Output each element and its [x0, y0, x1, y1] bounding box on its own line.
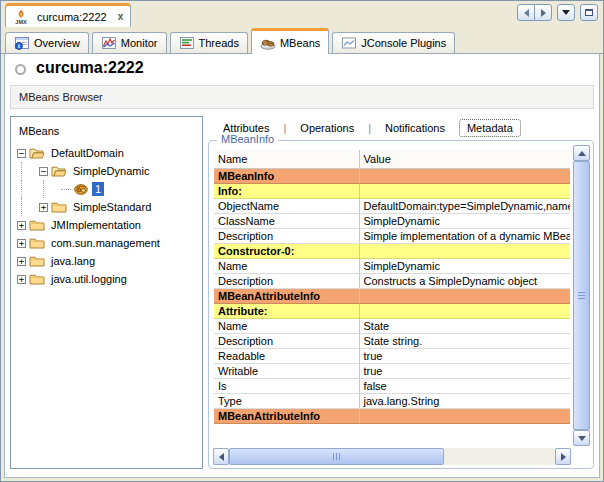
tree-node-label: java.util.logging	[48, 272, 130, 286]
cell-value	[359, 303, 570, 318]
cell-value	[359, 243, 570, 258]
maximize-button[interactable]	[580, 4, 598, 21]
table-row[interactable]: Constructor-0:	[214, 243, 570, 258]
cell-value	[359, 288, 570, 303]
window-menu-button[interactable]	[557, 4, 575, 21]
tab-monitor[interactable]: Monitor	[92, 32, 167, 53]
scroll-left-button[interactable]	[213, 448, 229, 465]
table-row[interactable]: MBeanInfo	[214, 168, 570, 183]
table-row[interactable]: ClassNameSimpleDynamic	[214, 213, 570, 228]
table-row[interactable]: Attribute:	[214, 303, 570, 318]
table-row[interactable]: ObjectNameDefaultDomain:type=SimpleDynam…	[214, 198, 570, 213]
tab-threads[interactable]: Threads	[170, 32, 248, 53]
tree-node-label: JMImplementation	[48, 218, 144, 232]
scroll-down-button[interactable]	[573, 430, 590, 446]
horizontal-scrollbar[interactable]	[213, 448, 571, 465]
expand-icon[interactable]: +	[17, 275, 26, 284]
folder-open-icon	[29, 145, 45, 161]
expand-icon[interactable]: +	[17, 239, 26, 248]
expand-icon[interactable]: +	[39, 203, 48, 212]
cell-name: Attribute:	[214, 303, 359, 318]
table-row[interactable]: Writabletrue	[214, 363, 570, 378]
tree-stub-line	[61, 189, 71, 190]
folder-closed-icon	[29, 271, 45, 287]
detail-tab-operations[interactable]: Operations	[293, 120, 361, 136]
overview-icon: i	[14, 35, 30, 51]
cell-value: true	[359, 363, 570, 378]
tree-node-defaultdomain[interactable]: −DefaultDomain	[11, 144, 202, 162]
mbean-icon	[73, 181, 89, 197]
collapse-icon[interactable]: −	[39, 167, 48, 176]
vertical-scrollbar[interactable]	[573, 145, 590, 446]
tree-panel-title: MBeans	[11, 117, 202, 144]
folder-open-icon	[51, 163, 67, 179]
cell-name: ObjectName	[214, 198, 359, 213]
cell-value: true	[359, 348, 570, 363]
tab-close-icon[interactable]: x	[118, 11, 124, 22]
tree-node-java-util-logging[interactable]: +java.util.logging	[11, 270, 202, 288]
tree-node-label: DefaultDomain	[48, 146, 127, 160]
cell-value: SimpleDynamic	[359, 258, 570, 273]
cell-name: Description	[214, 228, 359, 243]
cell-value	[359, 183, 570, 198]
cell-value: false	[359, 378, 570, 393]
table-row[interactable]: DescriptionConstructs a SimpleDynamic ob…	[214, 273, 570, 288]
collapse-icon[interactable]: −	[17, 149, 26, 158]
cell-name: Type	[214, 393, 359, 408]
cell-value: DefaultDomain:type=SimpleDynamic,name=1	[359, 198, 570, 213]
horizontal-scroll-thumb[interactable]	[229, 448, 444, 465]
table-row[interactable]: Info:	[214, 183, 570, 198]
mbeans-icon	[260, 35, 276, 51]
connection-tab[interactable]: JMX curcuma:2222 x	[5, 3, 131, 27]
scroll-right-button[interactable]	[555, 448, 571, 465]
tree-node-label: SimpleStandard	[70, 200, 154, 214]
tab-mbeans[interactable]: MBeans	[251, 28, 329, 54]
nav-back-button[interactable]	[517, 4, 535, 21]
table-row[interactable]: MBeanAttributeInfo	[214, 288, 570, 303]
tree-node-java-lang[interactable]: +java.lang	[11, 252, 202, 270]
column-header-value[interactable]: Value	[359, 150, 570, 168]
tab-jconsole-plugins[interactable]: JConsole Plugins	[332, 32, 455, 53]
detail-tab-notifications[interactable]: Notifications	[378, 120, 452, 136]
expand-icon[interactable]: +	[17, 221, 26, 230]
monitor-icon	[101, 35, 117, 51]
table-row[interactable]: Isfalse	[214, 378, 570, 393]
table-row[interactable]: Typejava.lang.String	[214, 393, 570, 408]
table-row[interactable]: NameState	[214, 318, 570, 333]
expand-icon[interactable]: +	[17, 257, 26, 266]
tab-label: Monitor	[121, 37, 158, 49]
folder-closed-icon	[51, 199, 67, 215]
tree-node-com-sun-management[interactable]: +com.sun.management	[11, 234, 202, 252]
cell-value: SimpleDynamic	[359, 213, 570, 228]
spinner-icon	[15, 64, 26, 75]
table-row[interactable]: NameSimpleDynamic	[214, 258, 570, 273]
scroll-up-icon	[578, 151, 586, 156]
cell-name: MBeanAttributeInfo	[214, 288, 359, 303]
detail-tab-metadata[interactable]: Metadata	[459, 119, 521, 137]
table-row[interactable]: Readabletrue	[214, 348, 570, 363]
scroll-down-icon	[578, 436, 586, 441]
cell-name: Constructor-0:	[214, 243, 359, 258]
tab-label: JConsole Plugins	[361, 37, 446, 49]
tree-node-simplestandard[interactable]: +SimpleStandard	[11, 198, 202, 216]
cell-name: ClassName	[214, 213, 359, 228]
connection-tab-label: curcuma:2222	[37, 11, 107, 23]
tree-node-1[interactable]: 1	[11, 180, 202, 198]
tree-node-simpledynamic[interactable]: −SimpleDynamic	[11, 162, 202, 180]
back-arrow-icon	[524, 9, 529, 17]
tree-guide-line	[21, 180, 39, 198]
tree-node-jmimplementation[interactable]: +JMImplementation	[11, 216, 202, 234]
metadata-table-wrap: NameValue MBeanInfoInfo:ObjectNameDefaul…	[214, 150, 570, 447]
chevron-down-icon	[562, 10, 570, 15]
table-row[interactable]: MBeanAttributeInfo	[214, 408, 570, 423]
tab-overview[interactable]: iOverview	[5, 32, 89, 53]
vertical-scroll-thumb[interactable]	[573, 161, 590, 430]
nav-forward-button[interactable]	[534, 4, 552, 21]
scroll-up-button[interactable]	[573, 145, 590, 161]
column-header-name[interactable]: Name	[214, 150, 359, 168]
tab-label: Threads	[199, 37, 239, 49]
cell-value: State string.	[359, 333, 570, 348]
table-row[interactable]: DescriptionSimple implementation of a dy…	[214, 228, 570, 243]
table-row[interactable]: DescriptionState string.	[214, 333, 570, 348]
cell-name: MBeanInfo	[214, 168, 359, 183]
